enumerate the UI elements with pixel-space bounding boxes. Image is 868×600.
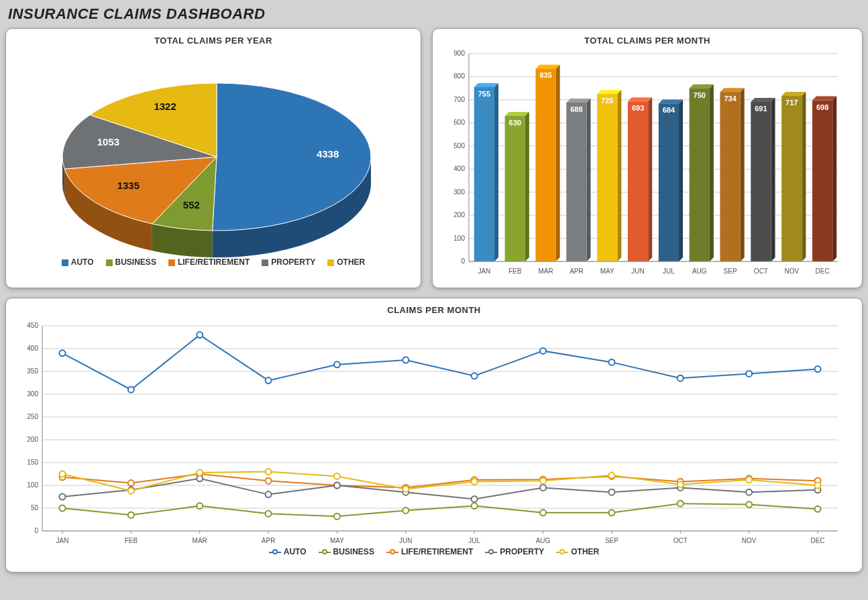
- svg-point-177: [608, 489, 614, 495]
- svg-marker-65: [720, 88, 744, 92]
- svg-point-146: [128, 512, 134, 518]
- svg-text:750: 750: [694, 91, 706, 99]
- svg-text:DEC: DEC: [816, 267, 830, 275]
- svg-marker-26: [494, 83, 498, 261]
- svg-point-154: [677, 501, 684, 507]
- svg-text:552: 552: [183, 199, 200, 211]
- svg-marker-61: [710, 84, 714, 261]
- svg-point-184: [266, 469, 272, 475]
- svg-point-169: [60, 494, 66, 500]
- svg-text:0: 0: [34, 527, 38, 534]
- svg-marker-66: [741, 88, 745, 261]
- svg-marker-50: [628, 97, 652, 101]
- svg-text:684: 684: [663, 106, 675, 114]
- svg-text:1335: 1335: [117, 180, 140, 191]
- svg-point-185: [334, 473, 340, 479]
- svg-point-153: [608, 509, 614, 516]
- svg-text:700: 700: [453, 96, 465, 103]
- svg-text:300: 300: [27, 390, 38, 398]
- legend-item-business: BUSINESS: [319, 547, 374, 556]
- svg-text:4338: 4338: [317, 148, 339, 160]
- svg-point-147: [197, 503, 203, 509]
- svg-point-142: [677, 375, 684, 381]
- svg-marker-80: [812, 97, 836, 101]
- svg-rect-52: [628, 101, 648, 261]
- svg-marker-41: [587, 99, 591, 261]
- svg-point-137: [334, 361, 340, 367]
- svg-text:734: 734: [724, 95, 737, 103]
- svg-text:100: 100: [453, 235, 465, 242]
- svg-text:691: 691: [755, 105, 767, 113]
- svg-text:150: 150: [27, 459, 38, 466]
- line-title: CLAIMS PER MONTH: [15, 305, 853, 315]
- svg-text:450: 450: [27, 322, 38, 329]
- svg-point-136: [266, 377, 272, 383]
- svg-marker-75: [781, 92, 806, 96]
- svg-text:1053: 1053: [97, 136, 119, 147]
- svg-marker-55: [659, 99, 683, 103]
- page-title: INSURANCE CLAIMS DASHBOARD: [8, 5, 863, 23]
- svg-point-173: [334, 483, 340, 489]
- svg-point-191: [746, 477, 752, 483]
- svg-text:698: 698: [816, 103, 828, 111]
- svg-marker-56: [679, 99, 683, 261]
- svg-text:630: 630: [509, 119, 521, 127]
- svg-point-189: [608, 473, 614, 479]
- legend-item-property: PROPERTY: [262, 257, 315, 267]
- svg-point-160: [266, 478, 272, 484]
- svg-text:JAN: JAN: [478, 267, 490, 275]
- svg-rect-82: [812, 101, 832, 261]
- svg-marker-45: [597, 90, 621, 94]
- svg-text:MAR: MAR: [538, 267, 553, 275]
- svg-point-152: [540, 509, 546, 516]
- svg-text:717: 717: [785, 99, 798, 107]
- svg-text:AUG: AUG: [692, 267, 707, 275]
- pie-title: TOTAL CLAIMS PER YEAR: [15, 36, 411, 46]
- total-claims-per-month-panel: TOTAL CLAIMS PER MONTH 01002003004005006…: [432, 28, 863, 288]
- svg-text:400: 400: [27, 345, 38, 352]
- svg-text:100: 100: [27, 481, 38, 489]
- svg-text:FEB: FEB: [508, 267, 522, 275]
- bar-title: TOTAL CLAIMS PER MONTH: [442, 36, 853, 46]
- svg-marker-46: [617, 90, 621, 261]
- line-legend: AUTOBUSINESSLIFE/RETIREMENTPROPERTYOTHER: [15, 547, 853, 556]
- svg-text:MAY: MAY: [600, 267, 614, 275]
- pie-chart: 4338552133510531322: [15, 50, 411, 257]
- svg-text:250: 250: [27, 413, 38, 420]
- svg-text:1322: 1322: [154, 101, 176, 112]
- svg-point-156: [815, 506, 821, 512]
- svg-point-182: [128, 488, 134, 494]
- svg-text:NOV: NOV: [742, 537, 757, 544]
- svg-point-140: [540, 348, 546, 354]
- svg-text:693: 693: [632, 104, 644, 112]
- svg-rect-72: [751, 102, 771, 261]
- svg-rect-37: [535, 68, 555, 261]
- svg-marker-30: [505, 112, 529, 116]
- svg-text:900: 900: [453, 50, 465, 57]
- svg-text:JUL: JUL: [468, 537, 480, 544]
- legend-item-other: OTHER: [556, 547, 599, 556]
- svg-text:755: 755: [478, 90, 490, 98]
- svg-point-188: [540, 478, 546, 484]
- svg-text:JUN: JUN: [399, 537, 412, 544]
- svg-text:200: 200: [27, 436, 38, 443]
- legend-item-auto: AUTO: [269, 547, 307, 556]
- svg-text:50: 50: [31, 504, 39, 512]
- line-chart: 050100150200250300350400450JANFEBMARAPRM…: [15, 319, 847, 547]
- svg-rect-47: [597, 94, 617, 261]
- svg-text:725: 725: [601, 97, 613, 105]
- svg-marker-36: [556, 64, 560, 261]
- svg-point-143: [746, 371, 752, 377]
- svg-rect-67: [720, 92, 740, 261]
- svg-marker-71: [771, 98, 775, 261]
- svg-point-141: [608, 359, 614, 365]
- svg-point-135: [197, 332, 203, 338]
- svg-point-176: [540, 485, 546, 491]
- svg-point-186: [402, 486, 409, 492]
- legend-item-business: BUSINESS: [106, 257, 156, 267]
- svg-point-172: [266, 491, 272, 497]
- svg-point-133: [60, 350, 66, 356]
- legend-item-life: LIFE/RETIREMENT: [168, 257, 250, 267]
- svg-rect-57: [659, 103, 679, 261]
- legend-item-property: PROPERTY: [485, 547, 544, 556]
